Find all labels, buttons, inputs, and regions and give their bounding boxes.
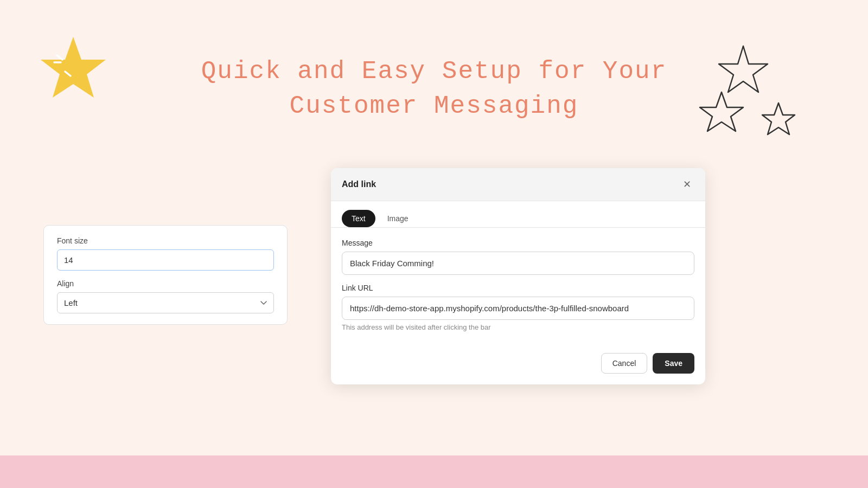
align-label: Align — [57, 279, 274, 288]
link-hint: This address will be visited after click… — [342, 323, 694, 331]
modal-header: Add link ✕ — [331, 168, 705, 201]
modal-body: Message Link URL This address will be vi… — [331, 228, 705, 345]
save-button[interactable]: Save — [653, 353, 694, 374]
message-input[interactable] — [342, 252, 694, 275]
link-url-input[interactable] — [342, 297, 694, 320]
font-panel: Font size Align Left Center Right — [43, 225, 288, 325]
align-select[interactable]: Left Center Right — [57, 292, 274, 313]
message-label: Message — [342, 239, 694, 247]
cancel-button[interactable]: Cancel — [601, 353, 648, 374]
tab-image[interactable]: Image — [378, 210, 418, 227]
tab-text[interactable]: Text — [342, 210, 375, 227]
font-size-input[interactable] — [57, 249, 274, 271]
page-title-container: Quick and Easy Setup for Your Customer M… — [0, 54, 868, 124]
add-link-modal: Add link ✕ Text Image Message Link URL T… — [331, 168, 705, 384]
title-line1: Quick and Easy Setup for Your — [201, 57, 667, 86]
modal-close-button[interactable]: ✕ — [679, 177, 694, 192]
modal-title: Add link — [342, 179, 376, 189]
modal-tabs: Text Image — [331, 201, 705, 228]
link-url-label: Link URL — [342, 284, 694, 292]
title-line2: Customer Messaging — [290, 92, 579, 120]
page-title: Quick and Easy Setup for Your Customer M… — [0, 54, 868, 124]
modal-footer: Cancel Save — [331, 345, 705, 384]
font-size-label: Font size — [57, 236, 274, 245]
bottom-bar — [0, 455, 868, 488]
